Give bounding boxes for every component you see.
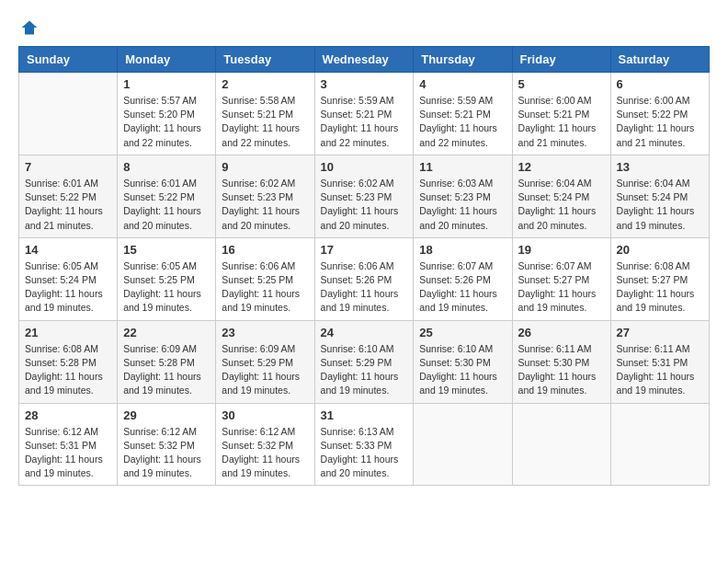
calendar-cell: 15Sunrise: 6:05 AMSunset: 5:25 PMDayligh… <box>118 237 216 320</box>
day-info: Sunrise: 6:12 AMSunset: 5:31 PMDaylight:… <box>25 425 111 481</box>
day-number: 6 <box>617 77 703 91</box>
calendar-cell: 30Sunrise: 6:12 AMSunset: 5:32 PMDayligh… <box>216 403 314 486</box>
day-info: Sunrise: 6:10 AMSunset: 5:29 PMDaylight:… <box>321 342 408 398</box>
day-number: 5 <box>518 77 605 91</box>
day-number: 9 <box>222 160 308 174</box>
calendar-header-friday: Friday <box>512 47 610 73</box>
day-number: 19 <box>518 243 605 257</box>
day-info: Sunrise: 6:01 AMSunset: 5:22 PMDaylight:… <box>123 177 210 233</box>
calendar-table: SundayMondayTuesdayWednesdayThursdayFrid… <box>18 46 710 486</box>
day-info: Sunrise: 6:10 AMSunset: 5:30 PMDaylight:… <box>419 342 506 398</box>
calendar-cell: 31Sunrise: 6:13 AMSunset: 5:33 PMDayligh… <box>314 403 414 486</box>
calendar-cell: 10Sunrise: 6:02 AMSunset: 5:23 PMDayligh… <box>314 155 414 237</box>
logo <box>18 18 39 37</box>
day-info: Sunrise: 6:05 AMSunset: 5:25 PMDaylight:… <box>123 259 210 316</box>
day-number: 14 <box>25 243 111 257</box>
calendar-cell: 16Sunrise: 6:06 AMSunset: 5:25 PMDayligh… <box>216 237 314 320</box>
calendar-week-row: 1Sunrise: 5:57 AMSunset: 5:20 PMDaylight… <box>19 73 710 155</box>
calendar-cell: 23Sunrise: 6:09 AMSunset: 5:29 PMDayligh… <box>216 320 314 403</box>
day-number: 12 <box>518 160 605 174</box>
calendar-cell: 22Sunrise: 6:09 AMSunset: 5:28 PMDayligh… <box>118 320 216 403</box>
calendar-cell: 21Sunrise: 6:08 AMSunset: 5:28 PMDayligh… <box>19 320 118 403</box>
day-info: Sunrise: 6:04 AMSunset: 5:24 PMDaylight:… <box>518 177 605 233</box>
day-info: Sunrise: 6:08 AMSunset: 5:27 PMDaylight:… <box>617 259 703 316</box>
page-header <box>18 18 710 37</box>
calendar-cell: 6Sunrise: 6:00 AMSunset: 5:22 PMDaylight… <box>610 73 709 155</box>
day-number: 18 <box>419 243 506 257</box>
calendar-header-saturday: Saturday <box>610 47 709 73</box>
day-number: 21 <box>25 326 111 339</box>
day-info: Sunrise: 6:12 AMSunset: 5:32 PMDaylight:… <box>123 425 210 481</box>
calendar-cell <box>19 73 118 155</box>
day-number: 1 <box>123 77 210 91</box>
day-info: Sunrise: 6:11 AMSunset: 5:30 PMDaylight:… <box>518 342 605 398</box>
day-number: 30 <box>222 408 308 422</box>
calendar-week-row: 7Sunrise: 6:01 AMSunset: 5:22 PMDaylight… <box>19 155 710 237</box>
calendar-cell: 2Sunrise: 5:58 AMSunset: 5:21 PMDaylight… <box>216 73 314 155</box>
calendar-cell: 27Sunrise: 6:11 AMSunset: 5:31 PMDayligh… <box>610 320 709 403</box>
day-number: 2 <box>222 77 308 91</box>
calendar-cell: 11Sunrise: 6:03 AMSunset: 5:23 PMDayligh… <box>414 155 512 237</box>
calendar-week-row: 28Sunrise: 6:12 AMSunset: 5:31 PMDayligh… <box>19 403 710 486</box>
day-number: 4 <box>419 77 506 91</box>
day-number: 11 <box>419 160 506 174</box>
day-number: 17 <box>321 243 408 257</box>
day-number: 24 <box>321 326 408 339</box>
day-info: Sunrise: 6:02 AMSunset: 5:23 PMDaylight:… <box>222 177 308 233</box>
calendar-week-row: 14Sunrise: 6:05 AMSunset: 5:24 PMDayligh… <box>19 237 710 320</box>
day-info: Sunrise: 6:04 AMSunset: 5:24 PMDaylight:… <box>617 177 703 233</box>
day-info: Sunrise: 6:09 AMSunset: 5:28 PMDaylight:… <box>123 342 210 398</box>
calendar-cell: 1Sunrise: 5:57 AMSunset: 5:20 PMDaylight… <box>118 73 216 155</box>
day-number: 20 <box>617 243 703 257</box>
day-number: 22 <box>123 326 210 339</box>
calendar-cell: 7Sunrise: 6:01 AMSunset: 5:22 PMDaylight… <box>19 155 118 237</box>
day-number: 16 <box>222 243 308 257</box>
day-info: Sunrise: 6:06 AMSunset: 5:25 PMDaylight:… <box>222 259 308 316</box>
day-info: Sunrise: 5:59 AMSunset: 5:21 PMDaylight:… <box>419 94 506 150</box>
day-number: 15 <box>123 243 210 257</box>
calendar-cell <box>512 403 610 486</box>
day-info: Sunrise: 6:05 AMSunset: 5:24 PMDaylight:… <box>25 259 111 316</box>
logo-icon <box>20 18 39 37</box>
calendar-cell: 28Sunrise: 6:12 AMSunset: 5:31 PMDayligh… <box>19 403 118 486</box>
calendar-header-tuesday: Tuesday <box>216 47 314 73</box>
day-info: Sunrise: 5:59 AMSunset: 5:21 PMDaylight:… <box>321 94 408 150</box>
day-info: Sunrise: 5:57 AMSunset: 5:20 PMDaylight:… <box>123 94 210 150</box>
day-info: Sunrise: 6:11 AMSunset: 5:31 PMDaylight:… <box>617 342 703 398</box>
calendar-week-row: 21Sunrise: 6:08 AMSunset: 5:28 PMDayligh… <box>19 320 710 403</box>
calendar-cell <box>414 403 512 486</box>
day-info: Sunrise: 6:00 AMSunset: 5:21 PMDaylight:… <box>518 94 605 150</box>
calendar-cell <box>610 403 709 486</box>
calendar-cell: 29Sunrise: 6:12 AMSunset: 5:32 PMDayligh… <box>118 403 216 486</box>
calendar-cell: 19Sunrise: 6:07 AMSunset: 5:27 PMDayligh… <box>512 237 610 320</box>
day-info: Sunrise: 6:07 AMSunset: 5:27 PMDaylight:… <box>518 259 605 316</box>
day-number: 13 <box>617 160 703 174</box>
calendar-cell: 5Sunrise: 6:00 AMSunset: 5:21 PMDaylight… <box>512 73 610 155</box>
calendar-cell: 4Sunrise: 5:59 AMSunset: 5:21 PMDaylight… <box>414 73 512 155</box>
day-info: Sunrise: 6:08 AMSunset: 5:28 PMDaylight:… <box>25 342 111 398</box>
day-info: Sunrise: 6:07 AMSunset: 5:26 PMDaylight:… <box>419 259 506 316</box>
calendar-cell: 12Sunrise: 6:04 AMSunset: 5:24 PMDayligh… <box>512 155 610 237</box>
calendar-header-sunday: Sunday <box>19 47 118 73</box>
day-info: Sunrise: 6:01 AMSunset: 5:22 PMDaylight:… <box>25 177 111 233</box>
day-number: 23 <box>222 326 308 339</box>
calendar-cell: 3Sunrise: 5:59 AMSunset: 5:21 PMDaylight… <box>314 73 414 155</box>
day-number: 7 <box>25 160 111 174</box>
calendar-header-monday: Monday <box>118 47 216 73</box>
calendar-cell: 8Sunrise: 6:01 AMSunset: 5:22 PMDaylight… <box>118 155 216 237</box>
day-info: Sunrise: 6:06 AMSunset: 5:26 PMDaylight:… <box>321 259 408 316</box>
day-number: 25 <box>419 326 506 339</box>
day-info: Sunrise: 6:03 AMSunset: 5:23 PMDaylight:… <box>419 177 506 233</box>
day-info: Sunrise: 6:00 AMSunset: 5:22 PMDaylight:… <box>617 94 703 150</box>
day-info: Sunrise: 6:02 AMSunset: 5:23 PMDaylight:… <box>321 177 408 233</box>
calendar-cell: 18Sunrise: 6:07 AMSunset: 5:26 PMDayligh… <box>414 237 512 320</box>
calendar-cell: 13Sunrise: 6:04 AMSunset: 5:24 PMDayligh… <box>610 155 709 237</box>
day-number: 8 <box>123 160 210 174</box>
day-number: 31 <box>321 408 408 422</box>
day-info: Sunrise: 6:13 AMSunset: 5:33 PMDaylight:… <box>321 425 408 481</box>
day-number: 10 <box>321 160 408 174</box>
day-info: Sunrise: 6:09 AMSunset: 5:29 PMDaylight:… <box>222 342 308 398</box>
day-info: Sunrise: 6:12 AMSunset: 5:32 PMDaylight:… <box>222 425 308 481</box>
calendar-cell: 17Sunrise: 6:06 AMSunset: 5:26 PMDayligh… <box>314 237 414 320</box>
day-number: 27 <box>617 326 703 339</box>
